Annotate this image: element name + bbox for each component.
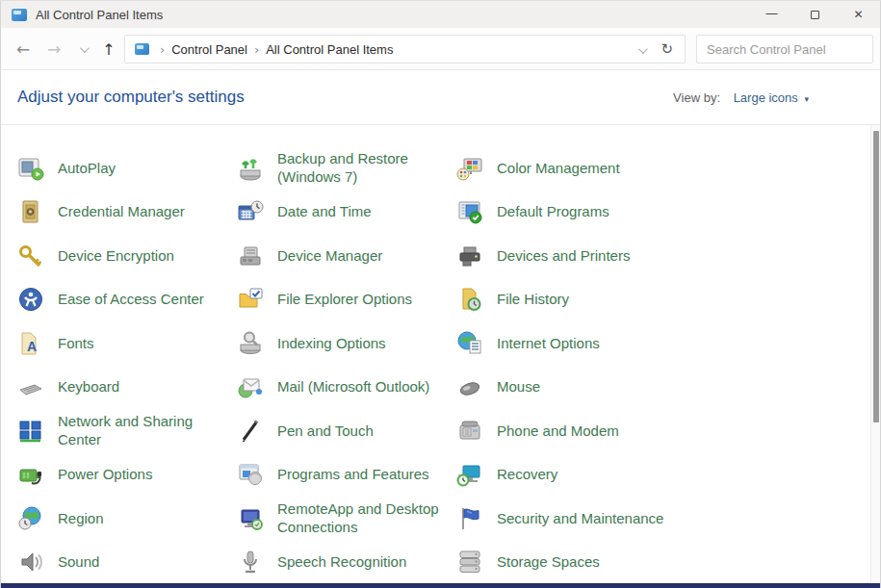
control-panel-item-speech-recognition[interactable]: Speech Recognition [236, 541, 455, 585]
control-panel-app-icon [12, 9, 27, 21]
control-panel-item-label: Ease of Access Center [58, 291, 204, 308]
control-panel-item-keyboard[interactable]: Keyboard [16, 366, 236, 410]
power-options-icon [16, 460, 45, 489]
control-panel-item-label: Recovery [497, 466, 557, 483]
control-panel-item-label: File Explorer Options [277, 291, 412, 308]
control-panel-item-label: File History [497, 291, 569, 308]
control-panel-item-label: Pen and Touch [277, 422, 374, 440]
control-panel-item-device-encryption[interactable]: Device Encryption [16, 234, 236, 278]
control-panel-item-label: Programs and Features [277, 466, 429, 483]
control-panel-item-devices-and-printers[interactable]: Devices and Printers [455, 234, 685, 278]
control-panel-item-file-history[interactable]: File History [455, 278, 685, 322]
control-panel-item-label: Date and Time [277, 203, 372, 220]
address-bar[interactable]: › Control Panel › All Control Panel Item… [124, 35, 686, 64]
control-panel-item-label: Credential Manager [58, 203, 185, 220]
security-maintenance-icon [455, 504, 484, 533]
control-panel-item-fonts[interactable]: AFonts [16, 321, 236, 366]
sound-icon [16, 548, 45, 576]
control-panel-item-internet-options[interactable]: Internet Options [455, 321, 685, 366]
default-programs-icon [455, 197, 484, 226]
control-panel-item-label: Network and Sharing Center [58, 413, 227, 448]
address-dropdown-button[interactable] [629, 40, 655, 58]
back-button[interactable]: ← [9, 28, 38, 70]
credential-manager-icon [16, 197, 45, 226]
indexing-options-icon [236, 329, 265, 358]
control-panel-item-label: AutoPlay [58, 160, 116, 177]
internet-options-icon [455, 329, 484, 358]
control-panel-item-label: Mouse [497, 378, 540, 396]
control-panel-item-date-and-time[interactable]: Date and Time [236, 191, 455, 235]
keyboard-icon [16, 372, 45, 401]
speech-recognition-icon [236, 548, 265, 576]
chevron-down-icon [638, 44, 648, 54]
toolbar: ← → ↑ › Control Panel › All Control Pane… [1, 28, 880, 70]
phone-modem-icon [455, 417, 484, 446]
view-by-caret-icon[interactable]: ▾ [804, 94, 809, 104]
minimize-icon: — [766, 8, 778, 19]
recent-locations-button[interactable] [70, 28, 95, 70]
control-panel-item-label: Device Encryption [58, 247, 174, 265]
control-panel-item-backup-and-restore-windows-7[interactable]: Backup and Restore (Windows 7) [236, 146, 455, 191]
control-panel-item-label: Fonts [58, 335, 94, 352]
control-panel-item-pen-and-touch[interactable]: Pen and Touch [236, 409, 455, 453]
color-management-icon [455, 154, 484, 183]
ease-of-access-icon [16, 285, 45, 314]
control-panel-item-indexing-options[interactable]: Indexing Options [236, 321, 455, 366]
search-input[interactable] [697, 36, 880, 63]
control-panel-item-remoteapp-and-desktop-connections[interactable]: RemoteApp and Desktop Connections [236, 497, 455, 541]
control-panel-item-label: Sound [58, 553, 99, 571]
up-button[interactable]: ↑ [95, 28, 122, 70]
control-panel-item-label: RemoteApp and Desktop Connections [277, 500, 447, 536]
minimize-button[interactable]: — [750, 1, 793, 28]
breadcrumb-control-panel[interactable]: Control Panel [171, 42, 247, 57]
view-by-value[interactable]: Large icons [734, 90, 798, 105]
forward-button[interactable]: → [39, 28, 68, 70]
control-panel-item-label: Backup and Restore (Windows 7) [277, 150, 447, 186]
control-panel-item-label: Region [58, 510, 104, 527]
fonts-icon: A [16, 329, 45, 358]
control-panel-item-color-management[interactable]: Color Management [455, 146, 685, 191]
remoteapp-icon [236, 504, 265, 533]
chevron-down-icon [79, 43, 89, 53]
control-panel-item-label: Power Options [58, 466, 152, 483]
device-encryption-icon [16, 242, 45, 270]
backup-restore-icon [236, 154, 265, 183]
control-panel-item-label: Security and Maintenance [497, 510, 663, 527]
control-panel-items-grid: AutoPlayBackup and Restore (Windows 7)Co… [16, 146, 685, 584]
close-button[interactable]: ✕ [837, 1, 880, 28]
scrollbar-thumb[interactable] [873, 131, 879, 422]
devices-printers-icon [455, 242, 484, 270]
breadcrumb-separator-icon: › [153, 42, 171, 57]
control-panel-item-phone-and-modem[interactable]: Phone and Modem [455, 409, 685, 453]
control-panel-item-mouse[interactable]: Mouse [455, 366, 685, 410]
breadcrumb-all-control-panel-items[interactable]: All Control Panel Items [266, 42, 393, 57]
control-panel-item-programs-and-features[interactable]: Programs and Features [236, 453, 455, 498]
control-panel-item-power-options[interactable]: Power Options [16, 453, 236, 498]
device-manager-icon [236, 242, 265, 270]
control-panel-item-label: Devices and Printers [497, 247, 630, 265]
control-panel-item-mail-microsoft-outlook[interactable]: Mail (Microsoft Outlook) [236, 366, 455, 410]
maximize-button[interactable] [793, 1, 837, 28]
refresh-button[interactable]: ↻ [655, 40, 679, 58]
control-panel-item-ease-of-access-center[interactable]: Ease of Access Center [16, 278, 236, 322]
control-panel-item-network-and-sharing-center[interactable]: Network and Sharing Center [16, 409, 236, 453]
control-panel-item-autoplay[interactable]: AutoPlay [16, 146, 236, 191]
control-panel-item-security-and-maintenance[interactable]: Security and Maintenance [455, 497, 685, 541]
page-title: Adjust your computer's settings [17, 88, 245, 107]
control-panel-item-label: Internet Options [497, 335, 600, 352]
control-panel-item-label: Default Programs [497, 203, 609, 220]
control-panel-item-credential-manager[interactable]: Credential Manager [16, 191, 236, 235]
control-panel-item-label: Indexing Options [277, 335, 386, 352]
vertical-scrollbar[interactable] [870, 125, 880, 583]
svg-text:A: A [27, 339, 37, 354]
control-panel-item-region[interactable]: Region [16, 497, 236, 541]
content-pane: AutoPlayBackup and Restore (Windows 7)Co… [1, 125, 880, 583]
control-panel-item-device-manager[interactable]: Device Manager [236, 234, 455, 278]
control-panel-item-file-explorer-options[interactable]: File Explorer Options [236, 278, 455, 322]
control-panel-item-recovery[interactable]: Recovery [455, 453, 685, 498]
control-panel-item-default-programs[interactable]: Default Programs [455, 191, 685, 235]
control-panel-item-sound[interactable]: Sound [16, 541, 236, 585]
control-panel-item-label: Storage Spaces [497, 553, 600, 571]
control-panel-item-storage-spaces[interactable]: Storage Spaces [455, 541, 685, 585]
view-by-label: View by: [673, 90, 720, 105]
